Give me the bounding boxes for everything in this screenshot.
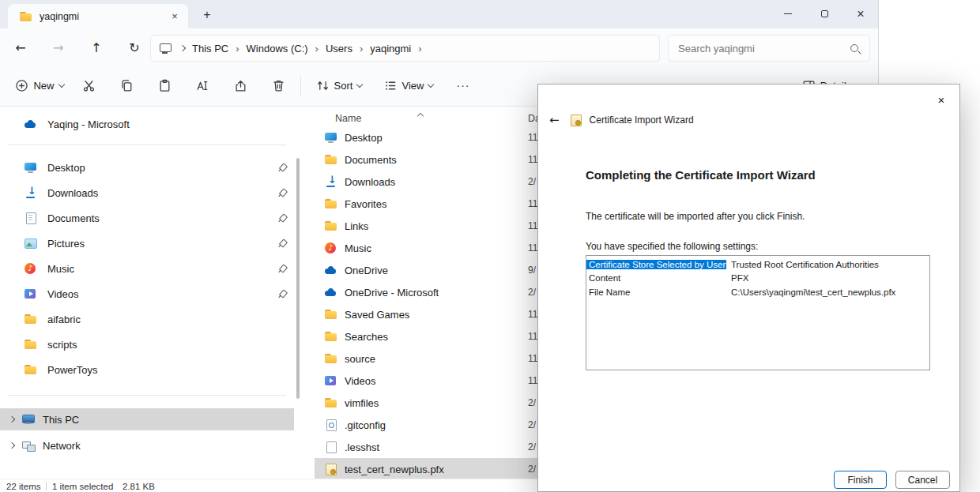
maximize-icon [821, 10, 828, 17]
explorer-tab[interactable]: yaqingmi × [8, 4, 188, 28]
chevron-right-icon[interactable] [179, 45, 186, 51]
sidebar-item-label: Music [47, 263, 74, 275]
file-icon [324, 441, 338, 453]
minimize-button[interactable] [771, 0, 805, 28]
settings-row-store[interactable]: Certificate Store Selected by User Trust… [586, 257, 929, 272]
sidebar-item-powertoys[interactable]: PowerToys [0, 357, 294, 382]
folder-icon [324, 220, 338, 232]
file-date: 11 [528, 154, 537, 165]
pin-icon [274, 186, 288, 200]
sidebar-item-onedrive[interactable]: Yaqing - Microsoft [0, 111, 294, 137]
tab-close-icon[interactable]: × [168, 9, 182, 24]
sidebar-item-network[interactable]: Network [0, 434, 294, 456]
file-name: OneDrive - Microsoft [345, 287, 439, 299]
file-date: 11 [528, 220, 537, 231]
share-button[interactable] [224, 69, 256, 101]
cut-button[interactable] [73, 69, 104, 101]
sidebar-item-desktop[interactable]: Desktop [0, 155, 294, 180]
cloud-icon [24, 118, 38, 130]
pin-icon [274, 287, 288, 301]
breadcrumb-users[interactable]: Users [326, 43, 352, 54]
back-button[interactable]: ← [6, 33, 35, 62]
rename-button[interactable] [187, 69, 218, 101]
search-icon[interactable] [849, 43, 861, 55]
navigation-pane: Yaqing - Microsoft Desktop Downloads Doc… [0, 107, 294, 479]
back-arrow-icon[interactable]: ← [549, 113, 560, 127]
view-label: View [402, 80, 424, 92]
sidebar-item-label: Downloads [47, 187, 98, 199]
dialog-close-button[interactable]: × [929, 89, 953, 110]
folder-icon [24, 313, 38, 325]
up-button[interactable]: ↑ [82, 33, 111, 62]
sidebar-item-this-pc[interactable]: This PC [0, 408, 294, 430]
settings-row-content[interactable]: Content PFX [586, 272, 929, 286]
sidebar-item-scripts[interactable]: scripts [0, 332, 294, 357]
new-tab-button[interactable]: + [196, 5, 218, 25]
file-name: source [345, 353, 375, 365]
sidebar-item-pictures[interactable]: Pictures [0, 231, 294, 256]
paste-button[interactable] [149, 69, 180, 101]
rename-icon [196, 79, 209, 92]
finish-button[interactable]: Finish [834, 471, 887, 489]
setting-value: Trusted Root Certification Authorities [726, 260, 879, 269]
sort-button[interactable]: Sort [310, 69, 368, 101]
more-options-button[interactable]: ··· [447, 69, 479, 101]
sidebar-item-downloads[interactable]: Downloads [0, 180, 294, 205]
sidebar-scrollbar[interactable] [296, 158, 300, 399]
status-bar: 22 items 1 item selected 2.81 KB [0, 479, 553, 492]
sidebar-item-aifabric[interactable]: aifabric [0, 306, 294, 332]
sidebar-item-documents[interactable]: Documents [0, 205, 294, 231]
sort-label: Sort [334, 80, 353, 92]
file-date: 2/ [528, 419, 536, 430]
refresh-button[interactable]: ↻ [120, 33, 149, 62]
delete-button[interactable] [262, 69, 294, 101]
file-name: Searches [345, 331, 388, 343]
cloud-icon [324, 286, 338, 299]
desktop-icon [24, 161, 38, 174]
download-icon [24, 186, 38, 199]
selection-size: 2.81 KB [122, 482, 155, 491]
sidebar-item-label: Network [43, 440, 81, 452]
view-button[interactable]: View [378, 69, 439, 101]
close-window-button[interactable]: × [843, 0, 878, 28]
file-name: Music [345, 242, 371, 254]
file-date: 11 [528, 309, 537, 320]
address-bar[interactable]: This PC › Windows (C:) › Users › yaqingm… [150, 35, 660, 62]
file-date: 9/ [528, 265, 536, 276]
setting-value: C:\Users\yaqingmi\test_cert_newplus.pfx [726, 287, 895, 297]
breadcrumb-this-pc[interactable]: This PC [192, 43, 228, 54]
breadcrumb-separator: › [418, 43, 421, 54]
settings-row-filename[interactable]: File Name C:\Users\yaqingmi\test_cert_ne… [586, 285, 929, 299]
maximize-button[interactable] [807, 0, 842, 28]
search-input[interactable] [669, 36, 869, 61]
sidebar-divider [8, 145, 286, 145]
sidebar-item-music[interactable]: Music [0, 256, 294, 281]
sidebar-item-label: PowerToys [47, 364, 98, 376]
file-name: vimfiles [345, 397, 379, 409]
settings-list[interactable]: Certificate Store Selected by User Trust… [586, 255, 930, 370]
file-date: 2/ [528, 397, 536, 408]
copy-button[interactable] [111, 69, 142, 101]
breadcrumb-windows-c[interactable]: Windows (C:) [247, 43, 308, 54]
chevron-down-icon [428, 81, 434, 87]
file-name: test_cert_newplus.pfx [345, 464, 444, 475]
name-column-header[interactable]: Name [335, 113, 361, 124]
search-box[interactable] [668, 35, 870, 62]
new-button[interactable]: New [8, 69, 71, 101]
setting-key: Content [586, 273, 726, 283]
folder-icon [24, 338, 38, 351]
desktop-icon [324, 131, 338, 144]
music-icon [24, 262, 38, 275]
breadcrumb-yaqingmi[interactable]: yaqingmi [370, 43, 411, 54]
sidebar-item-label: This PC [43, 414, 79, 426]
chevron-right-icon[interactable] [9, 442, 15, 449]
folder-icon [324, 330, 338, 343]
sidebar-item-videos[interactable]: Videos [0, 281, 294, 306]
paste-icon [158, 79, 172, 92]
chevron-right-icon[interactable] [9, 416, 15, 423]
folder-icon [324, 308, 338, 321]
forward-button[interactable]: → [44, 33, 73, 62]
cancel-button[interactable]: Cancel [895, 471, 950, 489]
tab-bar: yaqingmi × + × [0, 0, 878, 28]
file-name: Favorites [345, 198, 386, 210]
